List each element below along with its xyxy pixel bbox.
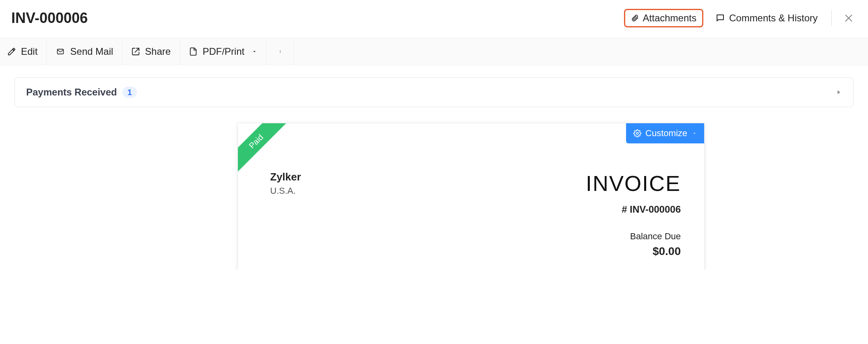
- balance-due-amount: $0.00: [586, 245, 681, 258]
- edit-button[interactable]: Edit: [0, 38, 47, 65]
- envelope-icon: [56, 48, 65, 56]
- comments-history-label: Comments & History: [729, 12, 818, 24]
- invoice-document: Paid Customize Zylker: [238, 123, 704, 270]
- share-label: Share: [145, 46, 171, 57]
- customize-label: Customize: [645, 128, 687, 139]
- payments-received-title: Payments Received: [26, 87, 117, 98]
- pdf-print-button[interactable]: PDF/Print: [180, 38, 267, 65]
- page-header: INV-000006 Attachments Comments & Histor…: [0, 0, 868, 38]
- close-icon: [843, 13, 854, 23]
- paperclip-icon: [631, 13, 639, 23]
- payments-received-panel[interactable]: Payments Received 1: [14, 77, 854, 107]
- svg-point-5: [280, 52, 280, 53]
- action-toolbar: Edit Send Mail Share PDF/Print: [0, 38, 868, 65]
- share-button[interactable]: Share: [122, 38, 180, 65]
- pencil-icon: [7, 47, 16, 56]
- company-name: Zylker: [270, 171, 301, 183]
- share-icon: [131, 47, 140, 56]
- comment-icon: [715, 13, 725, 23]
- send-mail-label: Send Mail: [70, 46, 113, 57]
- caret-down-icon: [692, 131, 697, 136]
- gear-icon: [633, 129, 641, 137]
- payments-count-badge: 1: [122, 87, 136, 98]
- attachments-button[interactable]: Attachments: [624, 9, 703, 27]
- svg-point-4: [280, 51, 280, 52]
- document-number: # INV-000006: [586, 204, 681, 215]
- pdf-icon: [189, 47, 198, 56]
- company-address: U.S.A.: [270, 186, 301, 196]
- edit-label: Edit: [21, 46, 37, 57]
- divider: [831, 10, 832, 26]
- caret-down-icon: [252, 49, 257, 54]
- chevron-right-icon: [835, 89, 842, 96]
- more-actions-button[interactable]: [267, 38, 294, 65]
- svg-point-6: [637, 133, 639, 135]
- customize-button[interactable]: Customize: [626, 123, 704, 143]
- more-vertical-icon: [279, 46, 282, 57]
- pdf-print-label: PDF/Print: [203, 46, 244, 57]
- close-button[interactable]: [841, 10, 857, 26]
- balance-due-label: Balance Due: [586, 231, 681, 242]
- page-title: INV-000006: [11, 10, 88, 27]
- document-type: INVOICE: [586, 171, 681, 196]
- send-mail-button[interactable]: Send Mail: [47, 38, 122, 65]
- comments-history-button[interactable]: Comments & History: [711, 9, 823, 27]
- svg-point-3: [280, 50, 280, 51]
- attachments-label: Attachments: [643, 12, 696, 24]
